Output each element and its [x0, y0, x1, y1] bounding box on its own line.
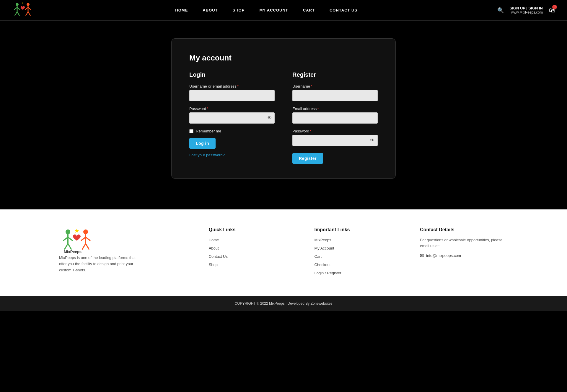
svg-line-15: [63, 237, 68, 241]
account-box: My account Login Username or email addre…: [171, 38, 396, 179]
svg-line-18: [68, 244, 71, 250]
contact-email[interactable]: info@mixpeeps.com: [426, 253, 461, 258]
reg-email-input-wrapper: [292, 112, 378, 124]
main-content: My account Login Username or email addre…: [0, 21, 567, 209]
cart-badge: 0: [552, 5, 557, 9]
list-item: Shop: [209, 262, 297, 267]
remember-row: Remember me: [189, 129, 275, 133]
svg-marker-25: [74, 229, 79, 233]
quick-link-home[interactable]: Home: [209, 238, 219, 242]
imp-link-login-register[interactable]: Login / Register: [314, 271, 341, 275]
quick-links-title: Quick Links: [209, 227, 297, 232]
svg-line-4: [15, 12, 17, 16]
footer-bottom: COPYRIGHT © 2022 MixPeeps | Developed By…: [0, 296, 567, 311]
login-password-input[interactable]: [189, 112, 275, 124]
password-toggle-icon[interactable]: 👁: [267, 115, 272, 121]
cart-icon-wrapper[interactable]: 🛍 0: [549, 6, 555, 14]
remember-checkbox[interactable]: [189, 129, 193, 133]
svg-point-19: [83, 229, 88, 234]
register-button[interactable]: Register: [292, 153, 323, 164]
list-item: Cart: [314, 254, 402, 259]
nav-shop[interactable]: SHOP: [233, 8, 245, 12]
nav-about[interactable]: ABOUT: [203, 8, 218, 12]
register-column: Register Username* Email address*: [292, 71, 378, 164]
sign-links[interactable]: SIGN UP | SIGN IN: [510, 6, 543, 10]
quick-link-about[interactable]: About: [209, 246, 219, 250]
register-email-input[interactable]: [292, 112, 378, 124]
contact-email-row: ✉ info@mixpeeps.com: [420, 253, 508, 258]
svg-point-0: [16, 3, 19, 6]
register-title: Register: [292, 71, 378, 78]
account-info: SIGN UP | SIGN IN www.MixPeeps.com: [510, 6, 543, 14]
main-nav: HOME ABOUT SHOP MY ACCOUNT CART CONTACT …: [175, 8, 357, 12]
footer-brand: MixPeeps MixPeeps is one of the leading …: [59, 227, 191, 273]
svg-line-17: [64, 244, 68, 250]
svg-marker-12: [22, 2, 24, 4]
svg-text:MixPeeps: MixPeeps: [64, 250, 82, 254]
account-title: My account: [189, 53, 378, 63]
imp-link-account[interactable]: My Account: [314, 246, 334, 250]
imp-link-cart[interactable]: Cart: [314, 254, 322, 259]
reg-username-input-wrapper: [292, 90, 378, 101]
password-group: Password* 👁: [189, 106, 275, 124]
footer-contact: Contact Details For questions or wholesa…: [420, 227, 508, 258]
quick-link-contact[interactable]: Contact Us: [209, 254, 228, 259]
footer-important-links: Important Links MixPeeps My Account Cart…: [314, 227, 402, 278]
svg-line-23: [82, 244, 86, 250]
list-item: MixPeeps: [314, 237, 402, 242]
list-item: Contact Us: [209, 254, 297, 259]
search-icon[interactable]: 🔍: [497, 7, 504, 14]
svg-line-22: [86, 237, 90, 241]
nav-my-account[interactable]: MY ACCOUNT: [259, 8, 288, 12]
reg-password-input-wrapper: 👁: [292, 135, 378, 146]
imp-link-checkout[interactable]: Checkout: [314, 263, 330, 267]
quick-link-shop[interactable]: Shop: [209, 263, 218, 267]
important-links-title: Important Links: [314, 227, 402, 232]
username-input-wrapper: [189, 90, 275, 101]
list-item: Login / Register: [314, 270, 402, 275]
contact-title: Contact Details: [420, 227, 508, 232]
username-label: Username or email address*: [189, 84, 275, 88]
login-button[interactable]: Log in: [189, 138, 216, 149]
svg-line-11: [28, 12, 30, 16]
svg-line-5: [17, 12, 19, 16]
logo-area: [12, 1, 35, 19]
list-item: Home: [209, 237, 297, 242]
list-item: Checkout: [314, 262, 402, 267]
reg-password-group: Password* 👁: [292, 129, 378, 146]
password-label: Password*: [189, 106, 275, 111]
lost-password-link[interactable]: Lost your password?: [189, 153, 275, 157]
website-url: www.MixPeeps.com: [510, 10, 543, 14]
svg-line-10: [26, 12, 28, 16]
svg-line-24: [86, 244, 89, 250]
imp-link-mixpeeps[interactable]: MixPeeps: [314, 238, 331, 242]
register-username-input[interactable]: [292, 90, 378, 101]
copyright-text: COPYRIGHT © 2022 MixPeeps | Developed By…: [234, 301, 332, 306]
reg-email-label: Email address*: [292, 106, 378, 111]
login-column: Login Username or email address* Passwor…: [189, 71, 275, 164]
svg-point-13: [66, 229, 70, 234]
login-username-input[interactable]: [189, 90, 275, 101]
reg-password-toggle-icon[interactable]: 👁: [370, 138, 375, 143]
account-columns: Login Username or email address* Passwor…: [189, 71, 378, 164]
list-item: My Account: [314, 245, 402, 251]
header-right: 🔍 SIGN UP | SIGN IN www.MixPeeps.com 🛍 0: [497, 6, 555, 14]
header: HOME ABOUT SHOP MY ACCOUNT CART CONTACT …: [0, 0, 567, 21]
footer-brand-desc: MixPeeps is one of the leading platforms…: [59, 255, 142, 273]
nav-home[interactable]: HOME: [175, 8, 188, 12]
password-input-wrapper: 👁: [189, 112, 275, 124]
reg-username-label: Username*: [292, 84, 378, 88]
nav-cart[interactable]: CART: [303, 8, 315, 12]
site-logo[interactable]: [12, 1, 35, 19]
svg-line-16: [68, 237, 73, 241]
svg-line-21: [81, 237, 86, 241]
footer-quick-links: Quick Links Home About Contact Us Shop: [209, 227, 297, 270]
reg-username-group: Username*: [292, 84, 378, 101]
svg-point-6: [27, 3, 30, 6]
email-icon: ✉: [420, 253, 424, 258]
footer-main: MixPeeps MixPeeps is one of the leading …: [0, 209, 567, 296]
nav-contact-us[interactable]: CONTACT US: [330, 8, 357, 12]
register-password-input[interactable]: [292, 135, 378, 146]
login-title: Login: [189, 71, 275, 78]
reg-password-label: Password*: [292, 129, 378, 133]
